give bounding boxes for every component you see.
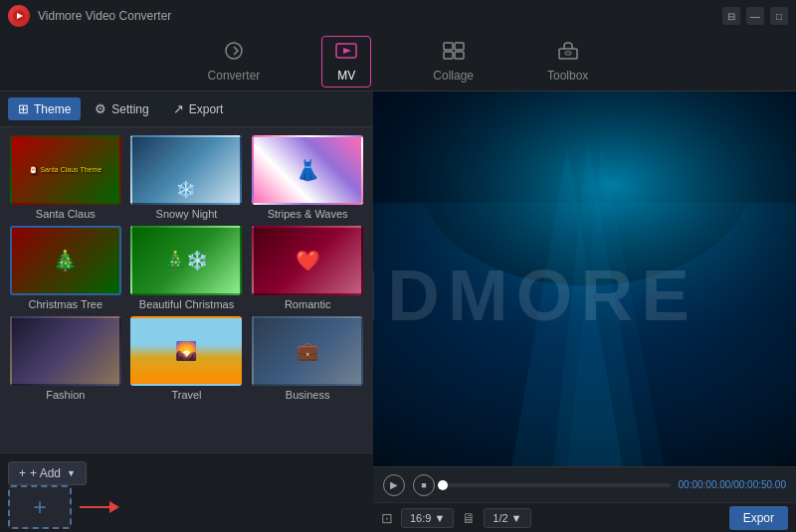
arrow-head-icon	[109, 501, 119, 513]
theme-label-bchristmas: Beautiful Christmas	[139, 298, 234, 310]
minimize-button[interactable]: ⊟	[722, 7, 740, 25]
theme-romantic[interactable]: ❤️ Romantic	[250, 226, 365, 310]
theme-thumb-bchristmas: 🎄❄️	[130, 226, 242, 295]
tab-setting[interactable]: ⚙ Setting	[85, 97, 158, 120]
progress-bar[interactable]	[443, 483, 671, 487]
theme-thumb-romantic: ❤️	[252, 226, 363, 295]
svg-rect-8	[559, 49, 577, 59]
tab-theme[interactable]: ⊞ Theme	[8, 97, 81, 120]
theme-grid-container: 🎅 Santa Claus Theme Santa Claus ❄️ Snowy…	[0, 127, 373, 452]
main-content: ⊞ Theme ⚙ Setting ↗ Export 🎅 Santa Claus…	[0, 91, 796, 532]
progress-handle[interactable]	[438, 480, 448, 490]
svg-rect-4	[444, 43, 453, 50]
time-display: 00:00:00.00/00:00:50.00	[679, 479, 786, 490]
maximize-button[interactable]: —	[746, 7, 764, 25]
svg-text:IDMORE: IDMORE	[373, 255, 697, 335]
theme-christmas-tree[interactable]: 🎄 Christmas Tree	[8, 226, 123, 310]
svg-point-2	[226, 43, 242, 59]
clip-plus-icon: +	[33, 495, 47, 519]
svg-rect-5	[455, 43, 464, 50]
theme-thumb-business: 💼	[252, 316, 363, 386]
theme-label-travel: Travel	[171, 389, 201, 401]
theme-beautiful-christmas[interactable]: 🎄❄️ Beautiful Christmas	[129, 226, 245, 310]
aspect-ratio-chevron: ▼	[434, 512, 445, 524]
tab-export[interactable]: ↗ Export	[163, 97, 234, 120]
theme-tab-icon: ⊞	[18, 101, 29, 116]
close-button[interactable]: □	[770, 7, 788, 25]
theme-label-stripes: Stripes & Waves	[268, 208, 348, 220]
theme-label-fashion: Fashion	[46, 389, 85, 401]
stop-button[interactable]: ■	[413, 474, 435, 496]
mv-icon	[334, 41, 358, 66]
nav-converter-label: Converter	[208, 69, 261, 83]
svg-rect-6	[444, 52, 453, 59]
tab-bar: ⊞ Theme ⚙ Setting ↗ Export	[0, 91, 373, 127]
nav-mv[interactable]: MV	[321, 36, 371, 88]
aspect-ratio-button[interactable]: 16:9 ▼	[401, 508, 454, 528]
right-panel: IDMORE ▶ ■ 00:00:00.00/00:00:50.00 ⊡ 16:…	[373, 91, 796, 532]
nav-mv-label: MV	[337, 69, 355, 83]
nav-collage[interactable]: Collage	[421, 37, 486, 87]
red-arrow	[80, 501, 119, 513]
theme-travel[interactable]: 🌄 Travel	[129, 316, 245, 401]
aspect-ratio-bar: ⊡ 16:9 ▼ 🖥 1/2 ▼ Expor	[373, 502, 796, 532]
nav-collage-label: Collage	[433, 69, 474, 83]
nav-converter[interactable]: Converter	[196, 37, 273, 87]
add-button[interactable]: + + Add ▼	[8, 461, 87, 485]
theme-label-romantic: Romantic	[285, 298, 330, 310]
theme-snowy-night[interactable]: ❄️ Snowy Night	[129, 135, 245, 220]
export-tab-icon: ↗	[173, 101, 184, 116]
theme-label-snowy: Snowy Night	[156, 208, 218, 220]
play-button[interactable]: ▶	[383, 474, 405, 496]
theme-thumb-santa: 🎅 Santa Claus Theme	[10, 135, 121, 205]
setting-tab-icon: ⚙	[95, 101, 106, 116]
titlebar: Vidmore Video Converter ⊟ — □	[0, 0, 796, 32]
theme-stripes-waves[interactable]: 👗 Stripes & Waves	[250, 135, 365, 220]
timeline-area: + + Add ▼ +	[0, 452, 373, 532]
theme-thumb-stripes: 👗	[252, 135, 363, 205]
quality-value: 1/2	[493, 512, 507, 524]
tab-theme-label: Theme	[34, 102, 71, 116]
nav-toolbox-label: Toolbox	[547, 69, 588, 83]
theme-thumb-christmas: 🎄	[10, 226, 121, 295]
left-panel: ⊞ Theme ⚙ Setting ↗ Export 🎅 Santa Claus…	[0, 91, 373, 532]
timeline-clip-add[interactable]: +	[8, 485, 72, 529]
export-button[interactable]: Expor	[729, 506, 788, 530]
theme-label-santa: Santa Claus	[36, 208, 96, 220]
preview-area: IDMORE	[373, 91, 796, 466]
converter-icon	[222, 41, 246, 66]
aspect-ratio-icon: ⊡	[381, 510, 393, 526]
theme-grid: 🎅 Santa Claus Theme Santa Claus ❄️ Snowy…	[8, 135, 365, 401]
add-plus-icon: +	[19, 466, 26, 480]
theme-thumb-travel: 🌄	[130, 316, 242, 386]
tab-export-label: Export	[189, 102, 224, 116]
preview-background: IDMORE	[373, 91, 796, 466]
playback-bar: ▶ ■ 00:00:00.00/00:00:50.00	[373, 466, 796, 502]
theme-thumb-snowy: ❄️	[130, 135, 242, 205]
monitor-icon: 🖥	[462, 510, 476, 526]
theme-label-business: Business	[286, 389, 330, 401]
svg-rect-9	[565, 52, 571, 55]
add-dropdown-icon: ▼	[67, 468, 76, 478]
app-title: Vidmore Video Converter	[38, 9, 722, 23]
theme-santa-claus[interactable]: 🎅 Santa Claus Theme Santa Claus	[8, 135, 123, 220]
theme-thumb-fashion	[10, 316, 121, 386]
app-logo	[8, 5, 30, 27]
window-controls: ⊟ — □	[722, 7, 788, 25]
theme-label-christmas: Christmas Tree	[29, 298, 103, 310]
quality-chevron: ▼	[511, 512, 522, 524]
toolbox-icon	[556, 41, 580, 66]
collage-icon	[442, 41, 466, 66]
svg-rect-7	[455, 52, 464, 59]
aspect-ratio-value: 16:9	[410, 512, 431, 524]
quality-button[interactable]: 1/2 ▼	[484, 508, 530, 528]
theme-fashion[interactable]: Fashion	[8, 316, 123, 401]
add-label: + Add	[30, 466, 61, 480]
navbar: Converter MV Collage	[0, 32, 796, 91]
tab-setting-label: Setting	[111, 102, 148, 116]
nav-toolbox[interactable]: Toolbox	[535, 37, 600, 87]
theme-business[interactable]: 💼 Business	[250, 316, 365, 401]
timeline-track: +	[8, 485, 365, 529]
